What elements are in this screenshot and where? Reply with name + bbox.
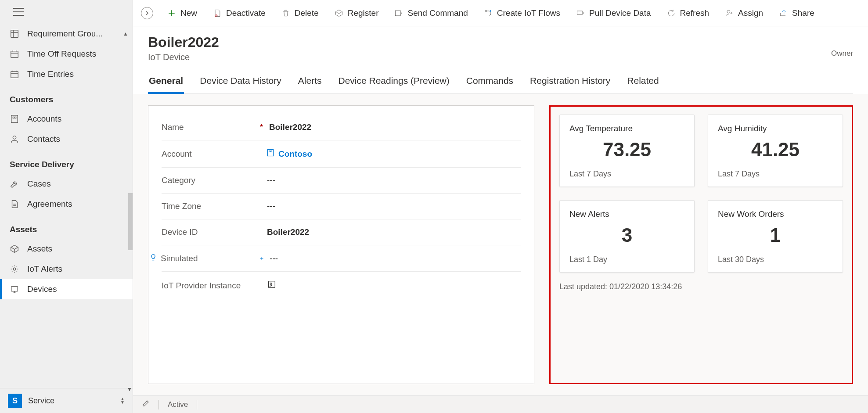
metric-period: Last 30 Days (718, 255, 833, 264)
metric-value: 3 (569, 224, 684, 246)
svg-point-18 (13, 268, 16, 270)
tab-commands[interactable]: Commands (465, 73, 514, 93)
tabs: General Device Data History Alerts Devic… (148, 73, 853, 94)
metric-card-new-alerts[interactable]: New Alerts 3 Last 1 Day (559, 200, 695, 273)
field-value-name[interactable]: Boiler2022 (269, 122, 311, 132)
sidebar-item-label: Cases (27, 179, 51, 189)
sidebar-heading-customers: Customers (0, 89, 133, 109)
svg-rect-26 (396, 11, 401, 16)
send-command-button[interactable]: Send Command (387, 4, 475, 22)
sidebar-item-label: Assets (27, 244, 52, 254)
command-bar: New Deactivate Delete Register Send Comm… (133, 0, 868, 26)
metric-card-avg-temperature[interactable]: Avg Temperature 73.25 Last 7 Days (559, 115, 695, 187)
wrench-icon (10, 179, 19, 189)
sidebar-item-accounts[interactable]: Accounts (0, 109, 133, 129)
sidebar-item-label: Requirement Grou... (27, 29, 103, 39)
refresh-icon (667, 9, 676, 18)
new-button[interactable]: New (160, 4, 204, 22)
cmd-label: Pull Device Data (589, 8, 651, 18)
sidebar-item-label: Agreements (27, 199, 72, 209)
send-icon (394, 9, 403, 18)
sidebar-item-time-off-requests[interactable]: Time Off Requests (0, 44, 133, 64)
assign-button[interactable]: Assign (718, 4, 770, 22)
go-back-button[interactable] (141, 7, 153, 19)
chevron-down-icon[interactable]: ▼ (127, 386, 132, 392)
sidebar-item-devices[interactable]: Devices (0, 279, 133, 299)
field-label-deviceid: Device ID (162, 227, 271, 237)
chevron-updown-icon: ▲▼ (120, 397, 125, 404)
share-button[interactable]: Share (772, 4, 821, 22)
sidebar-item-contacts[interactable]: Contacts (0, 129, 133, 149)
assign-icon (725, 9, 734, 18)
sidebar-heading-service-delivery: Service Delivery (0, 154, 133, 174)
simulated-label-text: Simulated (161, 254, 198, 263)
svg-line-25 (216, 15, 217, 16)
tab-related[interactable]: Related (626, 73, 659, 93)
metric-card-avg-humidity[interactable]: Avg Humidity 41.25 Last 7 Days (708, 115, 843, 187)
area-switcher[interactable]: S Service ▲▼ (0, 388, 133, 413)
field-value-iot-provider[interactable] (267, 280, 277, 291)
lightbulb-icon (149, 253, 157, 263)
tab-general[interactable]: General (148, 73, 184, 94)
calendar-icon (10, 69, 19, 79)
hamburger-icon[interactable] (13, 8, 24, 16)
cmd-label: Register (348, 8, 379, 18)
content-area: Name * Boiler2022 Account Contoso Catego… (133, 94, 868, 395)
edit-icon[interactable] (142, 399, 150, 409)
tab-device-readings[interactable]: Device Readings (Preview) (337, 73, 450, 93)
pull-device-data-button[interactable]: Pull Device Data (569, 4, 658, 22)
share-icon (779, 9, 788, 18)
cmd-label: Deactivate (226, 8, 266, 18)
field-value-account[interactable]: Contoso (266, 148, 312, 159)
svg-rect-13 (15, 117, 16, 118)
field-label-timezone: Time Zone (162, 201, 271, 211)
refresh-button[interactable]: Refresh (660, 4, 717, 22)
cmd-label: New (180, 8, 197, 18)
sidebar-item-time-entries[interactable]: Time Entries (0, 64, 133, 84)
svg-rect-0 (11, 30, 18, 38)
field-label-name: Name (162, 122, 271, 132)
area-label: Service (28, 396, 54, 406)
grid-icon (10, 29, 19, 39)
field-label-category: Category (162, 176, 271, 185)
sidebar-item-label: Devices (27, 284, 57, 294)
register-button[interactable]: Register (328, 4, 386, 22)
field-value-deviceid[interactable]: Boiler2022 (267, 227, 309, 237)
sidebar-item-label: Time Off Requests (27, 49, 96, 59)
tab-registration-history[interactable]: Registration History (529, 73, 611, 93)
svg-rect-34 (271, 151, 272, 152)
field-value-timezone[interactable]: --- (267, 201, 275, 211)
plus-icon (167, 9, 176, 18)
sidebar-item-cases[interactable]: Cases (0, 174, 133, 194)
pull-icon (576, 9, 585, 18)
metric-value: 73.25 (569, 139, 684, 161)
sidebar-item-label: Contacts (27, 134, 60, 144)
status-active[interactable]: Active (168, 400, 188, 409)
svg-rect-7 (11, 72, 18, 78)
document-icon (10, 199, 19, 209)
chevron-up-icon[interactable]: ▲ (123, 31, 128, 37)
divider (158, 400, 159, 409)
svg-point-27 (485, 10, 486, 11)
calendar-icon (10, 49, 19, 59)
svg-rect-3 (11, 51, 18, 58)
deactivate-button[interactable]: Deactivate (206, 4, 273, 22)
create-iot-flows-button[interactable]: Create IoT Flows (477, 4, 567, 22)
sidebar-item-iot-alerts[interactable]: IoT Alerts (0, 259, 133, 279)
entity-type-label: IoT Device (148, 52, 853, 62)
person-icon (10, 134, 19, 144)
box-icon (335, 9, 343, 18)
sidebar-item-agreements[interactable]: Agreements (0, 194, 133, 214)
delete-button[interactable]: Delete (274, 4, 326, 22)
field-value-simulated[interactable]: --- (270, 254, 278, 263)
tab-device-data-history[interactable]: Device Data History (199, 73, 282, 93)
account-link-text: Contoso (278, 149, 312, 159)
sidebar-item-requirement-groups[interactable]: Requirement Grou... (0, 24, 133, 44)
scrollbar-thumb[interactable] (128, 193, 133, 250)
tab-alerts[interactable]: Alerts (297, 73, 323, 93)
sidebar-item-assets[interactable]: Assets (0, 239, 133, 259)
metric-card-new-work-orders[interactable]: New Work Orders 1 Last 30 Days (708, 200, 843, 273)
metric-title: New Alerts (569, 209, 684, 219)
field-value-category[interactable]: --- (267, 176, 275, 185)
main-area: New Deactivate Delete Register Send Comm… (133, 0, 868, 413)
